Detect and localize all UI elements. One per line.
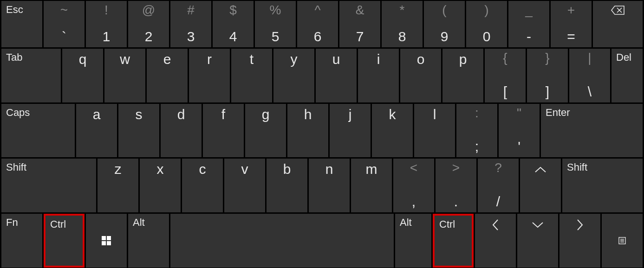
shift-char: { [503, 51, 507, 65]
key-6[interactable]: ^ 6 [297, 1, 338, 48]
key-label: Shift [567, 161, 587, 173]
key-s[interactable]: s [118, 104, 159, 158]
key-windows[interactable] [86, 214, 127, 268]
key-5[interactable]: % 5 [255, 1, 296, 48]
key-label: Ctrl [50, 218, 66, 230]
key-h[interactable]: h [287, 104, 328, 158]
shift-char: & [356, 3, 364, 18]
key-equals[interactable]: + = [551, 1, 592, 48]
key-p[interactable]: p [442, 49, 483, 102]
key-label: Esc [6, 4, 23, 16]
key-enter[interactable]: Enter [541, 104, 643, 158]
key-shift-left[interactable]: Shift [1, 159, 96, 212]
key-alt-right[interactable]: Alt [395, 214, 431, 268]
key-o[interactable]: o [400, 49, 441, 102]
main-char: 9 [441, 29, 449, 45]
keyboard-row-3: Caps a s d f g h j k l : ; " ' Enter [0, 103, 644, 158]
key-v[interactable]: v [224, 159, 265, 212]
shift-char: ( [442, 3, 446, 18]
shift-char: ~ [60, 3, 68, 18]
key-label: Tab [6, 51, 22, 64]
letter: a [93, 107, 101, 122]
key-alt-left[interactable]: Alt [128, 214, 169, 268]
key-b[interactable]: b [267, 159, 307, 212]
key-k[interactable]: k [372, 104, 413, 158]
key-backslash[interactable]: | \ [569, 49, 610, 102]
key-left-bracket[interactable]: { [ [485, 49, 526, 102]
key-d[interactable]: d [161, 104, 202, 158]
key-m[interactable]: m [351, 159, 392, 212]
key-ctrl-right[interactable]: Ctrl [433, 214, 474, 268]
svg-rect-3 [107, 236, 111, 240]
key-q[interactable]: q [62, 49, 103, 102]
key-apostrophe[interactable]: " ' [499, 104, 540, 158]
key-arrow-left[interactable] [475, 214, 516, 268]
key-fn[interactable]: Fn [1, 214, 42, 268]
key-minus[interactable]: _ - [508, 1, 549, 48]
key-backtick[interactable]: ~ ` [44, 1, 85, 48]
main-char: ] [546, 84, 549, 100]
key-esc[interactable]: Esc [1, 1, 42, 48]
key-arrow-up[interactable] [520, 159, 561, 212]
shift-char: ! [104, 3, 108, 18]
key-shift-right[interactable]: Shift [562, 159, 643, 212]
key-x[interactable]: x [140, 159, 181, 212]
key-y[interactable]: y [273, 49, 314, 102]
key-context-menu[interactable] [602, 214, 643, 268]
key-label: Enter [546, 107, 570, 119]
key-1[interactable]: ! 1 [86, 1, 127, 48]
shift-char: % [270, 3, 281, 18]
key-4[interactable]: $ 4 [213, 1, 254, 48]
key-7[interactable]: & 7 [339, 1, 380, 48]
key-del[interactable]: Del [611, 49, 643, 102]
main-char: [ [503, 84, 507, 100]
key-arrow-down[interactable] [517, 214, 558, 268]
key-u[interactable]: u [316, 49, 357, 102]
key-r[interactable]: r [189, 49, 230, 102]
key-w[interactable]: w [104, 49, 145, 102]
key-j[interactable]: j [330, 104, 371, 158]
key-n[interactable]: n [309, 159, 350, 212]
key-9[interactable]: ( 9 [424, 1, 465, 48]
key-0[interactable]: ) 0 [466, 1, 507, 48]
main-char: 2 [145, 29, 153, 45]
key-g[interactable]: g [245, 104, 286, 158]
key-slash[interactable]: ? / [478, 159, 519, 212]
key-t[interactable]: t [231, 49, 272, 102]
key-arrow-right[interactable] [559, 214, 600, 268]
key-l[interactable]: l [414, 104, 455, 158]
shift-char: # [187, 3, 195, 18]
svg-rect-5 [107, 241, 111, 245]
menu-icon [618, 237, 626, 244]
key-a[interactable]: a [76, 104, 117, 158]
main-char: ' [518, 139, 520, 154]
main-char: 8 [398, 29, 406, 45]
key-backspace[interactable] [593, 1, 643, 48]
key-i[interactable]: i [358, 49, 399, 102]
key-comma[interactable]: < , [393, 159, 434, 212]
main-char: 3 [187, 29, 195, 45]
key-caps[interactable]: Caps [1, 104, 75, 158]
key-period[interactable]: > . [436, 159, 476, 212]
key-2[interactable]: @ 2 [128, 1, 169, 48]
key-e[interactable]: e [147, 49, 188, 102]
key-c[interactable]: c [182, 159, 223, 212]
main-char: . [454, 194, 458, 210]
key-tab[interactable]: Tab [1, 49, 61, 102]
key-f[interactable]: f [203, 104, 244, 158]
letter: k [389, 107, 396, 122]
shift-char: $ [229, 3, 237, 18]
chevron-up-icon [533, 166, 547, 174]
key-8[interactable]: * 8 [382, 1, 423, 48]
key-semicolon[interactable]: : ; [456, 104, 497, 158]
key-3[interactable]: # 3 [170, 1, 211, 48]
key-label: Shift [6, 161, 26, 173]
key-z[interactable]: z [98, 159, 138, 212]
key-right-bracket[interactable]: } ] [527, 49, 568, 102]
key-label: Alt [400, 217, 412, 229]
key-ctrl-left[interactable]: Ctrl [44, 214, 85, 268]
shift-char: * [400, 3, 405, 18]
main-char: ; [475, 139, 479, 154]
key-space[interactable] [170, 214, 394, 268]
letter: c [199, 161, 206, 177]
